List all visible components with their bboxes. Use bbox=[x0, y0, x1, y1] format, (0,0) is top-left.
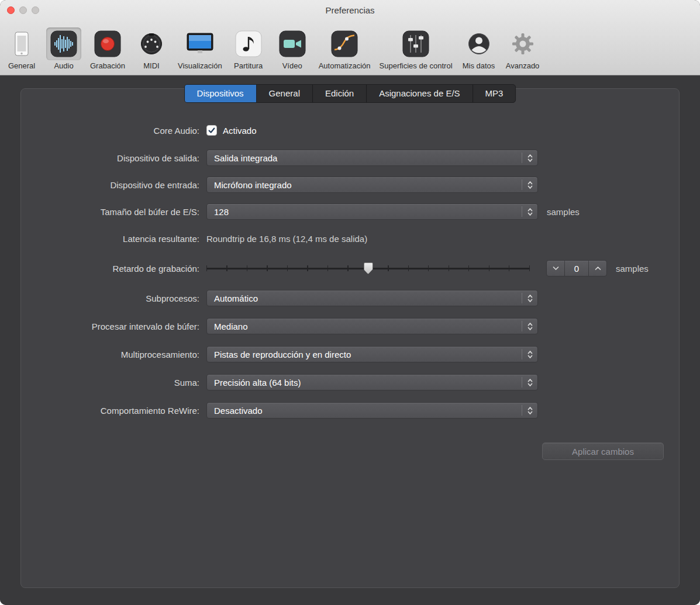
display-icon bbox=[182, 27, 218, 60]
popup-value: Micrófono integrado bbox=[207, 180, 292, 190]
field-label: Core Audio: bbox=[21, 126, 199, 136]
row-buffer-size: Tamaño del búfer de E/S: 128 samples bbox=[21, 203, 679, 220]
row-core-audio: Core Audio: Activado bbox=[21, 122, 679, 139]
field-label: Dispositivo de entrada: bbox=[21, 180, 199, 190]
row-output-device: Dispositivo de salida: Salida integrada bbox=[21, 149, 679, 167]
latency-value: Roundtrip de 16,8 ms (12,4 ms de salida) bbox=[206, 234, 367, 244]
toolbar-item-video[interactable]: Vídeo bbox=[275, 27, 310, 72]
automation-icon bbox=[327, 27, 362, 60]
popup-value: Automático bbox=[207, 293, 258, 303]
toolbar-item-audio[interactable]: Audio bbox=[46, 27, 81, 72]
chevron-up-down-icon bbox=[527, 321, 533, 331]
tab-dispositivos[interactable]: Dispositivos bbox=[185, 85, 257, 102]
apply-changes-button[interactable]: Aplicar cambios bbox=[542, 442, 664, 460]
row-latency: Latencia resultante: Roundtrip de 16,8 m… bbox=[21, 230, 679, 247]
field-label: Multiprocesamiento: bbox=[21, 350, 199, 359]
preferences-window: Preferencias General bbox=[0, 0, 700, 605]
chevron-up-down-icon bbox=[527, 180, 533, 190]
rewire-select[interactable]: Desactivado bbox=[206, 402, 538, 419]
toolbar-item-superficies-de-control[interactable]: Superficies de control bbox=[380, 27, 453, 72]
chevron-up-icon bbox=[595, 266, 601, 271]
toolbar-item-label: Audio bbox=[54, 61, 73, 70]
toolbar-item-visualizacion[interactable]: Visualización bbox=[178, 27, 222, 72]
input-device-select[interactable]: Micrófono integrado bbox=[206, 177, 538, 193]
core-audio-checkbox[interactable] bbox=[206, 125, 217, 136]
chevron-up-down-icon bbox=[527, 350, 533, 359]
row-summing: Suma: Precisión alta (64 bits) bbox=[21, 374, 679, 391]
toolbar-item-label: Automatización bbox=[319, 61, 371, 70]
field-label: Suma: bbox=[21, 378, 199, 388]
toolbar-item-label: MIDI bbox=[143, 61, 159, 70]
chevron-down-icon bbox=[553, 266, 559, 271]
waveform-icon bbox=[46, 27, 81, 60]
row-process-buffer: Procesar intervalo de búfer: Mediano bbox=[21, 317, 679, 335]
toolbar-item-grabacion[interactable]: Grabación bbox=[90, 27, 125, 72]
unit-label: samples bbox=[547, 207, 580, 217]
midi-icon bbox=[134, 27, 169, 60]
gear-icon bbox=[505, 27, 540, 60]
row-multiprocessing: Multiprocesamiento: Pistas de reproducci… bbox=[21, 345, 679, 363]
summing-select[interactable]: Precisión alta (64 bits) bbox=[206, 374, 538, 390]
chevron-up-down-icon bbox=[527, 406, 533, 416]
popup-value: Precisión alta (64 bits) bbox=[207, 378, 301, 388]
toolbar-item-automatizacion[interactable]: Automatización bbox=[319, 27, 371, 72]
chevron-up-down-icon bbox=[527, 207, 533, 217]
field-label: Tamaño del búfer de E/S: bbox=[21, 207, 199, 217]
tab-edicion[interactable]: Edición bbox=[313, 85, 367, 102]
row-threads: Subprocesos: Automático bbox=[21, 289, 679, 307]
field-label: Retardo de grabación: bbox=[21, 264, 199, 274]
preferences-tabbar: Dispositivos General Edición Asignacione… bbox=[184, 84, 516, 103]
score-icon bbox=[231, 27, 266, 60]
toolbar-item-avanzado[interactable]: Avanzado bbox=[505, 27, 540, 72]
toolbar-item-midi[interactable]: MIDI bbox=[134, 27, 169, 72]
toolbar-item-label: Avanzado bbox=[506, 61, 540, 70]
field-label: Comportamiento ReWire: bbox=[21, 406, 199, 416]
output-device-select[interactable]: Salida integrada bbox=[206, 150, 538, 166]
toolbar-item-partitura[interactable]: Partitura bbox=[231, 27, 266, 72]
popup-value: Desactivado bbox=[207, 406, 263, 416]
popup-value: 128 bbox=[207, 207, 229, 217]
stepper-value: 0 bbox=[565, 261, 588, 276]
control-surfaces-icon bbox=[398, 27, 433, 60]
multiprocessing-select[interactable]: Pistas de reproducción y en directo bbox=[206, 346, 538, 362]
chevron-up-down-icon bbox=[527, 378, 533, 388]
popup-value: Pistas de reproducción y en directo bbox=[207, 350, 351, 359]
devices-panel: Core Audio: Activado Dispositivo de sali… bbox=[20, 88, 680, 588]
preferences-content: Dispositivos General Edición Asignacione… bbox=[0, 75, 700, 605]
window-title: Preferencias bbox=[0, 5, 700, 15]
row-rewire: Comportamiento ReWire: Desactivado bbox=[21, 402, 679, 419]
popup-value: Mediano bbox=[207, 321, 248, 331]
tab-mp3[interactable]: MP3 bbox=[473, 85, 516, 102]
checkmark-icon bbox=[208, 126, 216, 134]
tab-general[interactable]: General bbox=[257, 85, 313, 102]
row-recording-delay: Retardo de grabación: 0 samples bbox=[21, 260, 679, 277]
checkbox-label: Activado bbox=[223, 126, 257, 136]
device-icon bbox=[6, 27, 37, 60]
toolbar-item-mis-datos[interactable]: Mis datos bbox=[461, 27, 496, 72]
field-label: Latencia resultante: bbox=[21, 234, 199, 244]
buffer-size-select[interactable]: 128 bbox=[206, 203, 538, 220]
toolbar-item-label: Vídeo bbox=[282, 61, 302, 70]
video-camera-icon bbox=[275, 27, 310, 60]
row-input-device: Dispositivo de entrada: Micrófono integr… bbox=[21, 176, 679, 193]
stepper-increment-button[interactable] bbox=[588, 261, 606, 276]
field-label: Dispositivo de salida: bbox=[21, 153, 199, 163]
recording-delay-slider[interactable] bbox=[206, 260, 530, 277]
toolbar-item-label: Superficies de control bbox=[380, 61, 453, 70]
field-label: Subprocesos: bbox=[21, 293, 199, 303]
toolbar-item-label: General bbox=[8, 61, 35, 70]
process-buffer-select[interactable]: Mediano bbox=[206, 318, 538, 334]
recording-delay-stepper: 0 bbox=[546, 260, 607, 276]
threads-select[interactable]: Automático bbox=[206, 290, 538, 306]
user-icon bbox=[461, 27, 496, 60]
chevron-up-down-icon bbox=[527, 153, 533, 163]
tab-asignaciones[interactable]: Asignaciones de E/S bbox=[367, 85, 473, 102]
toolbar-item-label: Grabación bbox=[90, 61, 125, 70]
slider-thumb[interactable] bbox=[364, 262, 373, 274]
stepper-decrement-button[interactable] bbox=[547, 261, 565, 276]
toolbar-item-general[interactable]: General bbox=[6, 27, 37, 72]
toolbar-item-label: Mis datos bbox=[463, 61, 495, 70]
chevron-up-down-icon bbox=[527, 293, 533, 303]
unit-label: samples bbox=[616, 264, 649, 274]
preferences-toolbar: General bbox=[6, 21, 696, 72]
